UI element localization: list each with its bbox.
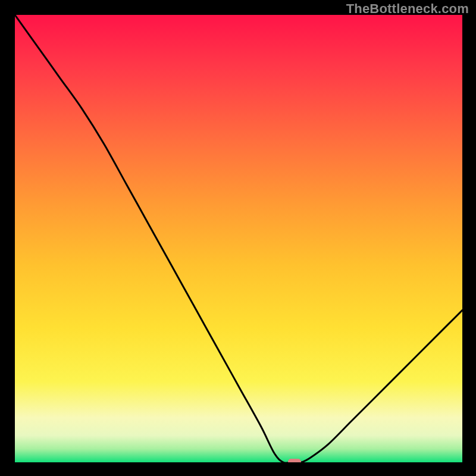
optimum-marker <box>288 459 301 462</box>
chart-container: TheBottleneck.com <box>0 0 476 476</box>
gradient-background <box>15 15 462 462</box>
chart-svg <box>15 15 462 462</box>
plot-area <box>15 15 462 462</box>
watermark-label: TheBottleneck.com <box>346 1 469 17</box>
